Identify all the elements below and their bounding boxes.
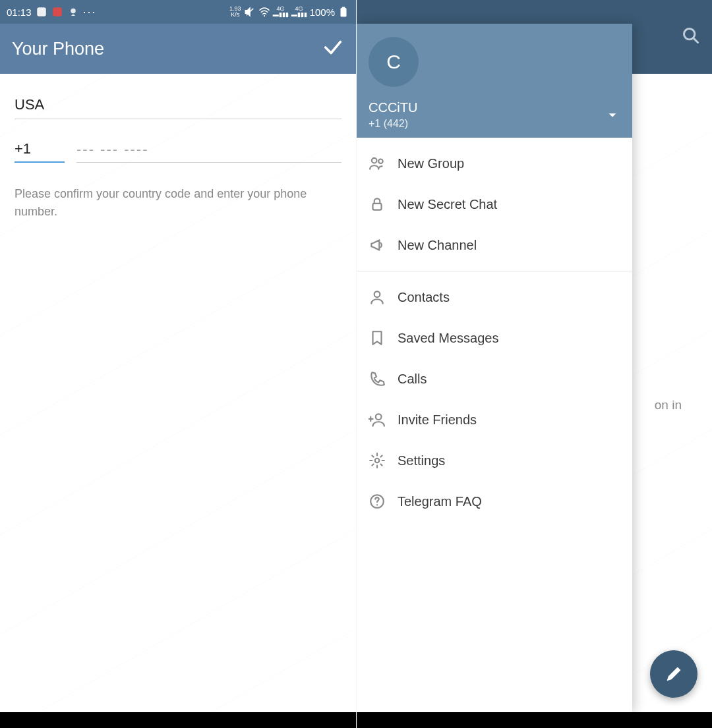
status-network-speed: 1.93K/s <box>229 6 241 18</box>
gear-icon <box>369 452 398 469</box>
drawer-divider <box>357 271 632 271</box>
drawer-item-label: New Group <box>398 156 464 171</box>
signal-2-icon: 4G▬▮▮▮ <box>291 6 307 18</box>
drawer-header[interactable]: C CCCiTU +1 (442) <box>357 24 632 138</box>
status-time: 01:13 <box>7 7 32 18</box>
status-bar: 01:13 ··· 1.93K/s 4G▬▮▮▮ 4G▬▮▮▮ 100% <box>0 0 356 24</box>
person-icon <box>369 289 398 306</box>
status-app-icon-2 <box>51 6 63 18</box>
drawer-item-label: New Channel <box>398 238 477 253</box>
screen-drawer: 01:15 ··· 0K/s 4G▬▮▮▮ 4G▬▮▮▮ 100% on in … <box>356 0 712 728</box>
phone-form: Please confirm your country code and ent… <box>0 74 356 221</box>
svg-point-3 <box>264 15 265 16</box>
compose-fab[interactable] <box>650 650 697 698</box>
wifi-icon <box>258 6 270 18</box>
drawer-list: New GroupNew Secret ChatNew ChannelConta… <box>357 138 632 712</box>
svg-rect-1 <box>53 7 62 16</box>
drawer-item-new-secret-chat[interactable]: New Secret Chat <box>357 184 632 225</box>
battery-pct: 100% <box>310 7 335 18</box>
svg-line-14 <box>694 38 698 43</box>
svg-rect-0 <box>37 7 46 16</box>
battery-icon <box>338 6 349 18</box>
screen-phone-entry: 01:13 ··· 1.93K/s 4G▬▮▮▮ 4G▬▮▮▮ 100% You… <box>0 0 356 728</box>
status-app-icon-3 <box>67 6 79 18</box>
confirm-button[interactable] <box>322 36 344 61</box>
drawer-item-calls[interactable]: Calls <box>357 358 632 399</box>
drawer-profile-phone: +1 (442) <box>369 118 620 130</box>
account-dropdown-icon[interactable] <box>607 110 618 123</box>
phone-number-field[interactable] <box>76 134 341 163</box>
navigation-drawer: C CCCiTU +1 (442) New GroupNew Secret Ch… <box>357 24 632 712</box>
mute-icon <box>244 6 256 18</box>
country-field[interactable] <box>15 87 341 119</box>
drawer-item-label: Telegram FAQ <box>398 494 482 509</box>
phone-icon <box>369 370 398 387</box>
megaphone-icon <box>369 237 398 254</box>
svg-rect-4 <box>341 8 347 17</box>
nav-strip <box>0 712 356 728</box>
drawer-item-label: Invite Friends <box>398 412 477 428</box>
drawer-item-settings[interactable]: Settings <box>357 440 632 481</box>
svg-rect-5 <box>342 7 345 9</box>
country-code-field[interactable] <box>15 134 65 163</box>
invite-icon <box>369 411 398 428</box>
lock-icon <box>369 196 398 213</box>
drawer-profile-name: CCCiTU <box>369 100 620 115</box>
status-more-dots: ··· <box>83 6 97 18</box>
page-title: Your Phone <box>12 39 104 59</box>
drawer-item-label: Saved Messages <box>398 331 498 346</box>
svg-point-2 <box>71 9 76 14</box>
drawer-item-invite-friends[interactable]: Invite Friends <box>357 399 632 440</box>
group-icon <box>369 155 398 172</box>
drawer-item-saved-messages[interactable]: Saved Messages <box>357 318 632 358</box>
drawer-item-new-channel[interactable]: New Channel <box>357 225 632 266</box>
help-icon <box>369 493 398 510</box>
signal-1-icon: 4G▬▮▮▮ <box>273 6 289 18</box>
bookmark-icon <box>369 329 398 347</box>
nav-strip <box>357 712 712 728</box>
avatar[interactable]: C <box>369 37 419 87</box>
drawer-item-label: New Secret Chat <box>398 197 497 212</box>
drawer-item-new-group[interactable]: New Group <box>357 143 632 184</box>
background-text-fragment: on in <box>655 398 682 412</box>
drawer-item-label: Settings <box>398 453 445 468</box>
app-header: Your Phone <box>0 24 356 74</box>
drawer-item-label: Calls <box>398 372 427 387</box>
drawer-item-contacts[interactable]: Contacts <box>357 277 632 318</box>
search-button[interactable] <box>682 26 700 47</box>
form-hint: Please confirm your country code and ent… <box>15 185 341 221</box>
status-app-icon-1 <box>36 6 47 18</box>
drawer-item-label: Contacts <box>398 290 450 305</box>
drawer-item-telegram-faq[interactable]: Telegram FAQ <box>357 481 632 522</box>
